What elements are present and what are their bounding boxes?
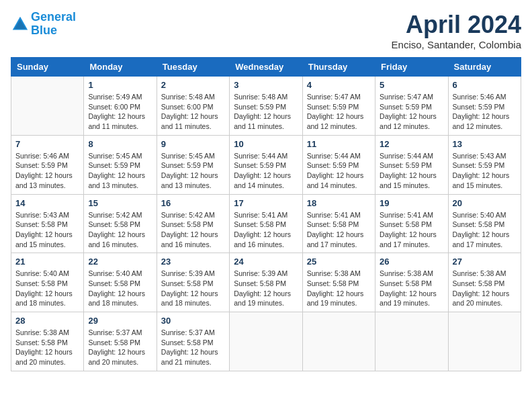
- table-row: 12Sunrise: 5:44 AM Sunset: 5:59 PM Dayli…: [375, 135, 448, 194]
- day-number: 14: [15, 198, 79, 208]
- table-row: [448, 312, 521, 371]
- header-monday: Monday: [84, 58, 157, 77]
- header-sunday: Sunday: [11, 58, 84, 77]
- day-info: Sunrise: 5:45 AM Sunset: 5:59 PM Dayligh…: [161, 151, 225, 191]
- day-info: Sunrise: 5:49 AM Sunset: 6:00 PM Dayligh…: [88, 92, 152, 132]
- table-row: 11Sunrise: 5:44 AM Sunset: 5:59 PM Dayli…: [302, 135, 375, 194]
- day-info: Sunrise: 5:47 AM Sunset: 5:59 PM Dayligh…: [307, 92, 371, 132]
- table-row: [230, 312, 302, 371]
- day-number: 18: [307, 198, 371, 208]
- day-number: 1: [88, 80, 152, 90]
- table-row: 25Sunrise: 5:38 AM Sunset: 5:58 PM Dayli…: [302, 253, 375, 312]
- day-number: 8: [88, 139, 152, 149]
- table-row: 26Sunrise: 5:38 AM Sunset: 5:58 PM Dayli…: [375, 253, 448, 312]
- day-info: Sunrise: 5:38 AM Sunset: 5:58 PM Dayligh…: [453, 269, 517, 308]
- day-number: 7: [15, 139, 79, 149]
- day-number: 27: [453, 257, 517, 267]
- table-row: 20Sunrise: 5:40 AM Sunset: 5:58 PM Dayli…: [448, 194, 521, 253]
- table-row: 17Sunrise: 5:41 AM Sunset: 5:58 PM Dayli…: [230, 194, 302, 253]
- calendar-week-row: 21Sunrise: 5:40 AM Sunset: 5:58 PM Dayli…: [11, 253, 521, 312]
- table-row: 7Sunrise: 5:46 AM Sunset: 5:59 PM Daylig…: [11, 135, 84, 194]
- header-saturday: Saturday: [448, 58, 521, 77]
- day-number: 16: [161, 198, 225, 208]
- day-info: Sunrise: 5:41 AM Sunset: 5:58 PM Dayligh…: [234, 210, 298, 250]
- day-info: Sunrise: 5:44 AM Sunset: 5:59 PM Dayligh…: [380, 151, 443, 191]
- table-row: 2Sunrise: 5:48 AM Sunset: 6:00 PM Daylig…: [157, 77, 229, 136]
- day-number: 19: [380, 198, 443, 208]
- location-subtitle: Enciso, Santander, Colombia: [392, 39, 521, 50]
- day-number: 23: [161, 257, 225, 267]
- day-number: 3: [234, 80, 298, 90]
- day-info: Sunrise: 5:39 AM Sunset: 5:58 PM Dayligh…: [161, 269, 225, 308]
- day-info: Sunrise: 5:46 AM Sunset: 5:59 PM Dayligh…: [15, 151, 79, 191]
- header-wednesday: Wednesday: [230, 58, 302, 77]
- table-row: 14Sunrise: 5:43 AM Sunset: 5:58 PM Dayli…: [11, 194, 84, 253]
- day-info: Sunrise: 5:39 AM Sunset: 5:58 PM Dayligh…: [234, 269, 298, 308]
- day-info: Sunrise: 5:41 AM Sunset: 5:58 PM Dayligh…: [307, 210, 371, 250]
- table-row: 22Sunrise: 5:40 AM Sunset: 5:58 PM Dayli…: [84, 253, 157, 312]
- day-number: 28: [15, 316, 79, 326]
- table-row: [302, 312, 375, 371]
- day-number: 11: [307, 139, 371, 149]
- table-row: 18Sunrise: 5:41 AM Sunset: 5:58 PM Dayli…: [302, 194, 375, 253]
- table-row: 16Sunrise: 5:42 AM Sunset: 5:58 PM Dayli…: [157, 194, 229, 253]
- day-number: 30: [161, 316, 225, 326]
- logo-icon: [11, 15, 30, 34]
- table-row: [11, 77, 84, 136]
- table-row: 6Sunrise: 5:46 AM Sunset: 5:59 PM Daylig…: [448, 77, 521, 136]
- day-info: Sunrise: 5:46 AM Sunset: 5:59 PM Dayligh…: [453, 92, 517, 132]
- day-info: Sunrise: 5:38 AM Sunset: 5:58 PM Dayligh…: [307, 269, 371, 308]
- header-thursday: Thursday: [302, 58, 375, 77]
- day-info: Sunrise: 5:48 AM Sunset: 6:00 PM Dayligh…: [161, 92, 225, 132]
- day-info: Sunrise: 5:44 AM Sunset: 5:59 PM Dayligh…: [307, 151, 371, 191]
- table-row: 23Sunrise: 5:39 AM Sunset: 5:58 PM Dayli…: [157, 253, 229, 312]
- day-number: 26: [380, 257, 443, 267]
- day-info: Sunrise: 5:40 AM Sunset: 5:58 PM Dayligh…: [15, 269, 79, 308]
- table-row: 8Sunrise: 5:45 AM Sunset: 5:59 PM Daylig…: [84, 135, 157, 194]
- day-number: 6: [453, 80, 517, 90]
- header-friday: Friday: [375, 58, 448, 77]
- day-info: Sunrise: 5:38 AM Sunset: 5:58 PM Dayligh…: [15, 328, 79, 367]
- table-row: 19Sunrise: 5:41 AM Sunset: 5:58 PM Dayli…: [375, 194, 448, 253]
- day-number: 17: [234, 198, 298, 208]
- day-info: Sunrise: 5:43 AM Sunset: 5:59 PM Dayligh…: [453, 151, 517, 191]
- title-section: April 2024 Enciso, Santander, Colombia: [392, 11, 521, 50]
- day-number: 5: [380, 80, 443, 90]
- table-row: 10Sunrise: 5:44 AM Sunset: 5:59 PM Dayli…: [230, 135, 302, 194]
- day-number: 2: [161, 80, 225, 90]
- day-info: Sunrise: 5:40 AM Sunset: 5:58 PM Dayligh…: [453, 210, 517, 250]
- calendar-week-row: 14Sunrise: 5:43 AM Sunset: 5:58 PM Dayli…: [11, 194, 521, 253]
- table-row: [375, 312, 448, 371]
- day-number: 15: [88, 198, 152, 208]
- table-row: 29Sunrise: 5:37 AM Sunset: 5:58 PM Dayli…: [84, 312, 157, 371]
- day-info: Sunrise: 5:44 AM Sunset: 5:59 PM Dayligh…: [234, 151, 298, 191]
- table-row: 15Sunrise: 5:42 AM Sunset: 5:58 PM Dayli…: [84, 194, 157, 253]
- table-row: 1Sunrise: 5:49 AM Sunset: 6:00 PM Daylig…: [84, 77, 157, 136]
- day-number: 4: [307, 80, 371, 90]
- table-row: 3Sunrise: 5:48 AM Sunset: 5:59 PM Daylig…: [230, 77, 302, 136]
- table-row: 24Sunrise: 5:39 AM Sunset: 5:58 PM Dayli…: [230, 253, 302, 312]
- table-row: 4Sunrise: 5:47 AM Sunset: 5:59 PM Daylig…: [302, 77, 375, 136]
- table-row: 5Sunrise: 5:47 AM Sunset: 5:59 PM Daylig…: [375, 77, 448, 136]
- day-number: 10: [234, 139, 298, 149]
- calendar-header-row: Sunday Monday Tuesday Wednesday Thursday…: [11, 58, 521, 77]
- calendar-table: Sunday Monday Tuesday Wednesday Thursday…: [11, 57, 521, 371]
- day-number: 9: [161, 139, 225, 149]
- day-number: 20: [453, 198, 517, 208]
- logo: General Blue: [11, 11, 76, 38]
- table-row: 13Sunrise: 5:43 AM Sunset: 5:59 PM Dayli…: [448, 135, 521, 194]
- day-info: Sunrise: 5:37 AM Sunset: 5:58 PM Dayligh…: [88, 328, 152, 367]
- day-info: Sunrise: 5:42 AM Sunset: 5:58 PM Dayligh…: [161, 210, 225, 250]
- table-row: 28Sunrise: 5:38 AM Sunset: 5:58 PM Dayli…: [11, 312, 84, 371]
- day-number: 22: [88, 257, 152, 267]
- table-row: 27Sunrise: 5:38 AM Sunset: 5:58 PM Dayli…: [448, 253, 521, 312]
- day-info: Sunrise: 5:47 AM Sunset: 5:59 PM Dayligh…: [380, 92, 443, 132]
- day-number: 29: [88, 316, 152, 326]
- month-title: April 2024: [392, 11, 521, 39]
- calendar-week-row: 1Sunrise: 5:49 AM Sunset: 6:00 PM Daylig…: [11, 77, 521, 136]
- day-number: 13: [453, 139, 517, 149]
- calendar-week-row: 28Sunrise: 5:38 AM Sunset: 5:58 PM Dayli…: [11, 312, 521, 371]
- day-info: Sunrise: 5:40 AM Sunset: 5:58 PM Dayligh…: [88, 269, 152, 308]
- table-row: 30Sunrise: 5:37 AM Sunset: 5:58 PM Dayli…: [157, 312, 229, 371]
- page-header: General Blue April 2024 Enciso, Santande…: [11, 11, 521, 50]
